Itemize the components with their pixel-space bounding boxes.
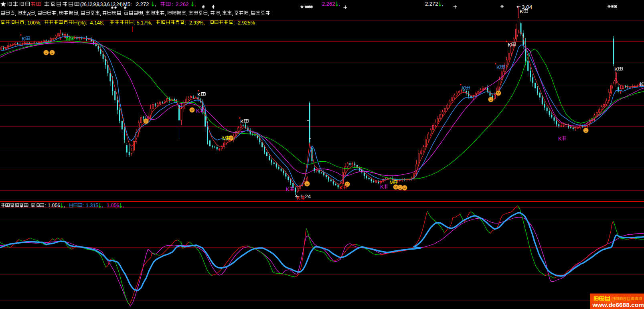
svg-text:2.272: 2.272: [425, 1, 438, 7]
svg-text:1.24: 1.24: [300, 193, 311, 199]
svg-text:M: M: [389, 179, 394, 185]
svg-text:: 5.17%,: : 5.17%,: [134, 20, 152, 26]
svg-text:K: K: [380, 184, 384, 190]
svg-text::: :: [45, 203, 46, 208]
svg-text:K: K: [286, 186, 290, 192]
svg-text:1.056: 1.056: [48, 203, 60, 208]
svg-text:,: ,: [442, 1, 444, 7]
svg-text:K: K: [197, 91, 201, 98]
svg-text:1.315: 1.315: [86, 203, 98, 208]
svg-text:: -2.93%,: : -2.93%,: [185, 20, 205, 26]
svg-text:K: K: [508, 42, 511, 48]
svg-text:K: K: [196, 108, 200, 114]
svg-text:K: K: [297, 195, 300, 201]
svg-text:A: A: [27, 11, 30, 17]
svg-text:2.262: 2.262: [322, 1, 335, 7]
svg-text:1.056: 1.056: [107, 203, 119, 208]
svg-text:,: ,: [339, 1, 340, 7]
svg-text:M5:: M5:: [123, 1, 132, 7]
svg-text:K: K: [339, 185, 343, 191]
svg-text:M: M: [222, 135, 227, 141]
svg-text::: :: [172, 1, 173, 7]
svg-text:: 100%;: : 100%;: [24, 20, 41, 26]
svg-text:K: K: [640, 81, 644, 87]
svg-text:K: K: [496, 64, 500, 70]
svg-text:K: K: [22, 36, 25, 42]
svg-text:K: K: [240, 118, 244, 124]
svg-text:,: ,: [64, 203, 65, 208]
svg-text:K: K: [614, 66, 618, 72]
svg-text:3.04: 3.04: [522, 4, 533, 10]
svg-text:(%): -4.148;: (%): -4.148;: [78, 20, 104, 26]
svg-text:,: ,: [123, 203, 124, 208]
svg-text:www.de6688.com: www.de6688.com: [592, 301, 644, 308]
svg-text:,: ,: [102, 203, 103, 208]
svg-text:K: K: [462, 85, 465, 91]
svg-text:M: M: [66, 36, 70, 42]
svg-text:,: ,: [194, 1, 196, 7]
svg-text:K: K: [558, 136, 562, 142]
svg-text:2.262: 2.262: [176, 1, 189, 7]
svg-text:2.272: 2.272: [136, 1, 149, 7]
svg-text:(26,12,9,9,3,3,6,12,24): (26,12,9,9,3,3,6,12,24): [80, 2, 123, 7]
svg-text:,: ,: [155, 1, 156, 7]
svg-text::: :: [83, 203, 84, 208]
svg-text:: -2.925%: : -2.925%: [233, 20, 255, 26]
